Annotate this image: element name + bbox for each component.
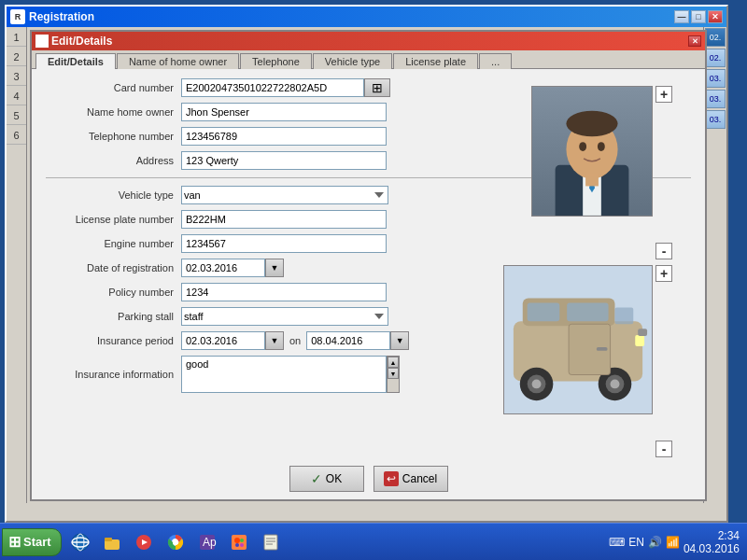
- svg-point-21: [611, 379, 620, 388]
- maximize-button[interactable]: □: [691, 10, 706, 23]
- address-input[interactable]: [181, 151, 387, 170]
- row-number-2: 2: [7, 48, 26, 66]
- language-indicator[interactable]: EN: [628, 536, 644, 549]
- spacer: [655, 159, 672, 243]
- window-icon: R: [10, 9, 25, 24]
- date-picker-button[interactable]: ▼: [265, 259, 284, 277]
- right-list-item-5[interactable]: 03.: [705, 110, 726, 129]
- chrome-button[interactable]: [161, 528, 190, 556]
- keyboard-icon: ⌨: [609, 536, 625, 549]
- policy-number-label: Policy number: [46, 287, 181, 298]
- date-registration-label: Date of registration: [46, 262, 181, 273]
- svg-rect-24: [597, 347, 608, 351]
- paint-icon: [230, 533, 248, 552]
- svg-point-43: [240, 543, 244, 547]
- tab-more[interactable]: ...: [479, 53, 512, 69]
- svg-rect-25: [638, 329, 647, 336]
- folder-icon: [103, 533, 121, 552]
- card-number-label: Card number: [46, 82, 181, 93]
- vehicle-type-label: Vehicle type: [46, 189, 181, 201]
- tab-name-home-owner[interactable]: Name of home owner: [117, 53, 239, 69]
- insurance-to-picker[interactable]: ▼: [390, 331, 409, 350]
- svg-rect-22: [635, 335, 644, 346]
- tab-vehicle-type[interactable]: Vehicle type: [313, 53, 392, 69]
- name-label: Name home owner: [46, 106, 181, 118]
- media-button[interactable]: [129, 528, 159, 556]
- start-button[interactable]: ⊞ Start: [2, 528, 62, 556]
- card-number-input[interactable]: [181, 78, 364, 97]
- date-registration-input[interactable]: [181, 259, 265, 277]
- telephone-input[interactable]: [181, 127, 387, 146]
- vehicle-photo-svg: [504, 266, 652, 413]
- insurance-from-group: ▼: [181, 331, 284, 350]
- ie-button[interactable]: [65, 528, 95, 556]
- policy-number-input[interactable]: [181, 283, 387, 301]
- dialog-close-button[interactable]: ✕: [688, 35, 701, 47]
- svg-point-41: [240, 539, 244, 542]
- remove-vehicle-button[interactable]: -: [655, 441, 672, 457]
- window-close-button[interactable]: ✕: [708, 10, 723, 23]
- dialog-icon: ✎: [35, 35, 49, 48]
- ok-button[interactable]: ✓ OK: [289, 466, 364, 492]
- insurance-from-picker[interactable]: ▼: [265, 331, 284, 350]
- insurance-info-label: Insurance information: [46, 369, 181, 380]
- insurance-to-input[interactable]: [306, 331, 390, 350]
- person-photo-svg: [532, 86, 652, 217]
- insurance-info-container: good ▲ ▼: [181, 356, 400, 393]
- scrollbar-up-button[interactable]: ▲: [388, 357, 399, 368]
- volume-icon: 🔊: [648, 536, 662, 549]
- tab-license-plate[interactable]: License plate: [393, 53, 478, 69]
- dialog-tabs: Edit/Details Name of home owner Telephon…: [32, 50, 705, 69]
- cancel-arrow: ↩: [387, 472, 396, 485]
- insurance-scrollbar[interactable]: ▲ ▼: [387, 356, 400, 393]
- taskbar-time: 2:34: [684, 529, 740, 542]
- main-window: R Registration — □ ✕ 1 2 3 4 5 6 02. 02.…: [5, 5, 728, 523]
- minimize-button[interactable]: —: [674, 10, 689, 23]
- ok-label: OK: [326, 472, 342, 485]
- app-button[interactable]: App: [192, 528, 222, 556]
- vehicle-type-select[interactable]: van car truck motorcycle: [181, 186, 388, 204]
- vehicle-photo-box: [503, 265, 653, 414]
- engine-number-input[interactable]: [181, 234, 387, 253]
- right-list-item-2[interactable]: 02.: [705, 49, 726, 67]
- svg-rect-15: [615, 307, 634, 324]
- scrollbar-down-button[interactable]: ▼: [388, 368, 399, 379]
- cancel-button[interactable]: ↩ Cancel: [374, 466, 448, 492]
- svg-point-42: [235, 543, 239, 547]
- notepad-button[interactable]: [256, 528, 286, 556]
- row-numbers: 1 2 3 4 5 6: [7, 27, 27, 503]
- right-list-item-4[interactable]: 03.: [705, 90, 726, 108]
- svg-rect-14: [567, 303, 608, 322]
- svg-point-8: [598, 142, 605, 151]
- card-scan-button[interactable]: ⊞: [364, 78, 390, 97]
- parking-stall-select[interactable]: staff visitor reserved: [181, 307, 388, 326]
- row-number-6: 6: [7, 126, 26, 145]
- notepad-icon: [261, 533, 280, 552]
- right-list-item-1[interactable]: 02.: [705, 28, 726, 47]
- date-input-group: ▼: [181, 259, 284, 277]
- dialog-title: Edit/Details: [51, 35, 112, 48]
- svg-point-40: [234, 538, 240, 543]
- chrome-icon: [166, 533, 185, 552]
- media-icon: [134, 533, 153, 552]
- svg-rect-13: [528, 303, 560, 322]
- license-plate-input[interactable]: [181, 210, 387, 229]
- insurance-info-textarea[interactable]: good: [181, 356, 387, 393]
- parking-stall-label: Parking stall: [46, 311, 181, 322]
- paint-button[interactable]: [224, 528, 254, 556]
- insurance-from-input[interactable]: [181, 331, 265, 350]
- taskbar-time-date: 2:34 04.03.2016: [684, 529, 740, 555]
- row-number-1: 1: [7, 28, 26, 47]
- insurance-period-label: Insurance period: [46, 335, 181, 346]
- right-list-item-3[interactable]: 03.: [705, 69, 726, 88]
- svg-rect-9: [585, 175, 599, 187]
- explorer-button[interactable]: [97, 528, 127, 556]
- tab-telephone[interactable]: Telephone: [240, 53, 312, 69]
- address-label: Address: [46, 155, 181, 166]
- name-input[interactable]: [181, 103, 387, 121]
- add-photo-button[interactable]: +: [655, 86, 672, 103]
- remove-photo-button[interactable]: -: [655, 243, 672, 259]
- add-vehicle-button[interactable]: +: [655, 265, 672, 282]
- window-titlebar: R Registration — □ ✕: [7, 7, 726, 27]
- tab-edit-details[interactable]: Edit/Details: [35, 53, 116, 69]
